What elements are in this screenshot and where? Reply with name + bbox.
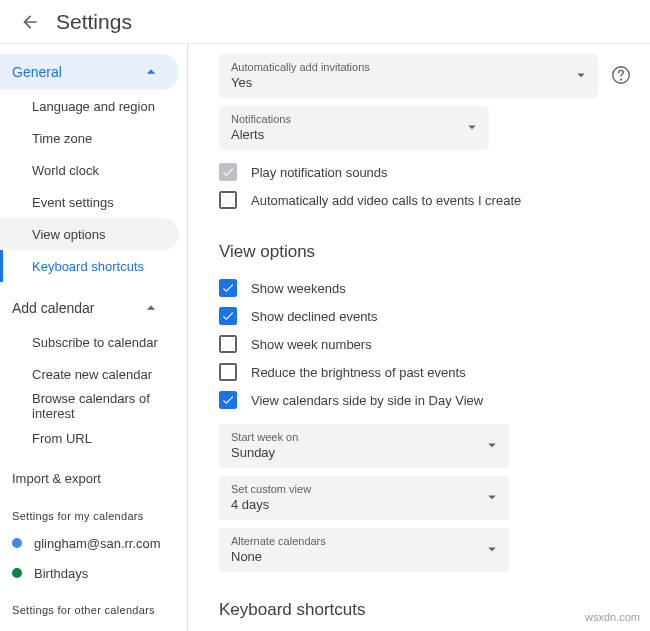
calendar-item-label: glingham@san.rr.com: [34, 536, 161, 551]
notifications-dropdown[interactable]: Notifications Alerts: [219, 106, 489, 150]
chevron-down-icon: [483, 436, 501, 457]
nav-item-importexport[interactable]: Import & export: [0, 462, 185, 494]
checkbox-label: Reduce the brightness of past events: [251, 365, 466, 380]
add-video-checkbox[interactable]: [219, 191, 237, 209]
customview-dropdown[interactable]: Set custom view 4 days: [219, 476, 509, 520]
chevron-down-icon: [463, 118, 481, 139]
nav-group-addcalendar[interactable]: Add calendar: [0, 290, 179, 326]
nav-item-timezone[interactable]: Time zone: [0, 122, 179, 154]
play-sounds-checkbox[interactable]: [219, 163, 237, 181]
dropdown-value: Yes: [231, 74, 370, 92]
calendar-item-label: Birthdays: [34, 566, 88, 581]
dropdown-label: Start week on: [231, 430, 298, 444]
section-view-options: View options: [219, 242, 632, 262]
check-icon: [221, 309, 235, 323]
weekends-checkbox[interactable]: [219, 279, 237, 297]
calendar-color-dot: [12, 538, 22, 548]
page-title: Settings: [56, 10, 132, 34]
chevron-down-icon: [483, 488, 501, 509]
dropdown-label: Automatically add invitations: [231, 60, 370, 74]
checkbox-label: Show weekends: [251, 281, 346, 296]
check-icon: [221, 165, 235, 179]
dropdown-value: 4 days: [231, 496, 311, 514]
brightness-checkbox[interactable]: [219, 363, 237, 381]
checkbox-label: Automatically add video calls to events …: [251, 193, 521, 208]
nav-item-language[interactable]: Language and region: [0, 90, 179, 122]
check-icon: [221, 393, 235, 407]
watermark: wsxdn.com: [585, 611, 640, 623]
invitations-dropdown[interactable]: Automatically add invitations Yes: [219, 54, 598, 98]
chevron-down-icon: [483, 540, 501, 561]
nav-item-createcal[interactable]: Create new calendar: [0, 358, 179, 390]
sidebyside-checkbox[interactable]: [219, 391, 237, 409]
svg-point-1: [621, 79, 622, 80]
calendar-color-dot: [12, 568, 22, 578]
settings-sidebar: General Language and region Time zone Wo…: [0, 44, 185, 631]
arrow-left-icon: [20, 12, 40, 32]
dropdown-value: Sunday: [231, 444, 298, 462]
checkbox-label: View calendars side by side in Day View: [251, 393, 483, 408]
dropdown-value: None: [231, 548, 326, 566]
calendar-item[interactable]: glingham@san.rr.com: [0, 528, 185, 558]
calendar-item[interactable]: Holidays in United States: [0, 622, 185, 631]
calendar-item[interactable]: Birthdays: [0, 558, 185, 588]
sidebar-section-othercals: Settings for other calendars: [0, 588, 185, 622]
dropdown-label: Notifications: [231, 112, 291, 126]
declined-checkbox[interactable]: [219, 307, 237, 325]
checkbox-label: Show week numbers: [251, 337, 372, 352]
nav-item-eventsettings[interactable]: Event settings: [0, 186, 179, 218]
chevron-up-icon: [141, 62, 161, 82]
alternate-dropdown[interactable]: Alternate calendars None: [219, 528, 509, 572]
checkbox-label: Show declined events: [251, 309, 377, 324]
nav-item-browsecal[interactable]: Browse calendars of interest: [0, 390, 179, 422]
chevron-down-icon: [572, 66, 590, 87]
weeknumbers-checkbox[interactable]: [219, 335, 237, 353]
chevron-up-icon: [141, 298, 161, 318]
dropdown-label: Alternate calendars: [231, 534, 326, 548]
nav-item-worldclock[interactable]: World clock: [0, 154, 179, 186]
back-button[interactable]: [12, 4, 48, 40]
nav-group-general[interactable]: General: [0, 54, 179, 90]
nav-item-keyboard[interactable]: Keyboard shortcuts: [0, 250, 179, 282]
nav-item-viewoptions[interactable]: View options: [0, 218, 179, 250]
settings-header: Settings: [0, 0, 650, 44]
nav-group-label: General: [12, 64, 62, 80]
nav-item-fromurl[interactable]: From URL: [0, 422, 179, 454]
sidebar-section-mycals: Settings for my calendars: [0, 494, 185, 528]
dropdown-label: Set custom view: [231, 482, 311, 496]
nav-item-subscribe[interactable]: Subscribe to calendar: [0, 326, 179, 358]
section-keyboard: Keyboard shortcuts: [219, 600, 632, 620]
startweek-dropdown[interactable]: Start week on Sunday: [219, 424, 509, 468]
check-icon: [221, 281, 235, 295]
help-icon[interactable]: [610, 64, 632, 86]
checkbox-label: Play notification sounds: [251, 165, 388, 180]
settings-content: Automatically add invitations Yes Notifi…: [189, 44, 650, 631]
nav-group-label: Add calendar: [12, 300, 95, 316]
dropdown-value: Alerts: [231, 126, 291, 144]
